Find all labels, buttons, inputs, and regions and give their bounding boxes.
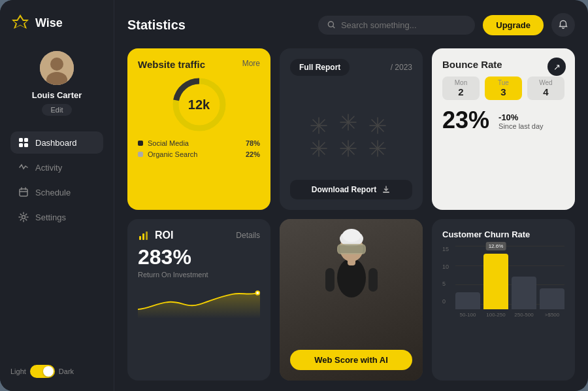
svg-point-44 bbox=[256, 292, 259, 294]
ai-label[interactable]: Web Score with AI bbox=[290, 350, 412, 370]
churn-chart: 15 10 5 0 bbox=[442, 246, 564, 318]
report-year: / 2023 bbox=[391, 63, 412, 72]
legend-dot-social bbox=[138, 141, 143, 146]
roi-details-link[interactable]: Details bbox=[236, 231, 260, 240]
svg-rect-8 bbox=[24, 143, 28, 147]
sidebar-item-dashboard[interactable]: Dashboard bbox=[10, 131, 103, 154]
avatar bbox=[40, 51, 74, 85]
settings-icon bbox=[18, 212, 29, 222]
report-pattern bbox=[290, 81, 412, 180]
website-traffic-card: Website traffic More 12k bbox=[127, 48, 270, 210]
legend-social-pct: 78% bbox=[246, 139, 260, 147]
roi-card: ROI Details 283% Return On Investment bbox=[127, 219, 270, 381]
svg-rect-9 bbox=[20, 189, 27, 196]
bar-group-gt500: >$500 bbox=[540, 288, 564, 318]
svg-rect-40 bbox=[139, 236, 141, 240]
svg-rect-53 bbox=[368, 268, 378, 292]
roi-subtitle: Return On Investment bbox=[138, 271, 260, 279]
bar-group-250-500: 250-500 bbox=[512, 277, 536, 318]
churn-rate-card: Customer Churn Rate 15 10 5 0 bbox=[432, 219, 575, 381]
ai-figure-svg bbox=[312, 219, 391, 324]
search-bar bbox=[318, 16, 475, 35]
traffic-legend: Social Media 78% Organic Search 22% bbox=[138, 139, 260, 158]
sidebar-item-activity[interactable]: Activity bbox=[10, 156, 103, 178]
traffic-more-link[interactable]: More bbox=[242, 59, 260, 68]
search-icon bbox=[327, 20, 336, 29]
bar-tooltip-100-250: 12.6% bbox=[486, 242, 506, 250]
bar-label-50-100: 50-100 bbox=[460, 312, 476, 318]
dashboard-label: Dashboard bbox=[35, 138, 77, 148]
bounce-value: 23% bbox=[442, 107, 489, 134]
report-pattern-svg bbox=[299, 105, 404, 157]
svg-rect-42 bbox=[146, 231, 148, 240]
schedule-label: Schedule bbox=[35, 188, 71, 197]
legend-organic: Organic Search 22% bbox=[138, 150, 260, 158]
day-tab-mon[interactable]: Mon 2 bbox=[442, 76, 480, 100]
bar-label-100-250: 100-250 bbox=[486, 312, 505, 318]
dashboard: Wise Louis Carter Edit bbox=[0, 0, 588, 391]
dashboard-icon bbox=[18, 137, 29, 148]
upgrade-button[interactable]: Upgrade bbox=[483, 15, 544, 35]
nav-menu: Dashboard Activity Schedule bbox=[10, 131, 103, 354]
legend-dot-organic bbox=[138, 152, 143, 157]
settings-label: Settings bbox=[35, 212, 66, 222]
notifications-button[interactable] bbox=[551, 13, 575, 37]
theme-toggle-track[interactable] bbox=[30, 365, 55, 378]
topbar: Statistics Upgrade bbox=[127, 13, 575, 37]
cards-grid: Website traffic More 12k bbox=[127, 48, 575, 381]
user-profile: Louis Carter Edit bbox=[10, 51, 103, 116]
donut-value: 12k bbox=[188, 97, 210, 112]
bounce-stats: 23% -10% Since last day bbox=[442, 107, 564, 134]
bar-area: 50-100 12.6% 100-250 250-500 bbox=[455, 246, 564, 318]
user-name: Louis Carter bbox=[32, 90, 82, 100]
legend-social-label: Social Media bbox=[148, 139, 189, 147]
legend-organic-label: Organic Search bbox=[148, 150, 197, 158]
churn-title: Customer Churn Rate bbox=[442, 230, 564, 239]
sidebar-item-settings[interactable]: Settings bbox=[10, 206, 103, 228]
sidebar-item-schedule[interactable]: Schedule bbox=[10, 181, 103, 203]
activity-icon bbox=[18, 162, 29, 173]
activity-label: Activity bbox=[35, 163, 62, 173]
full-report-button[interactable]: Full Report bbox=[290, 59, 350, 76]
roi-line-chart bbox=[138, 284, 260, 320]
edit-profile-button[interactable]: Edit bbox=[42, 104, 73, 116]
theme-toggle-knob bbox=[43, 366, 54, 377]
bell-icon bbox=[558, 20, 568, 30]
svg-rect-41 bbox=[142, 233, 144, 240]
bar-label-250-500: 250-500 bbox=[514, 312, 533, 318]
full-report-card: Full Report / 2023 bbox=[280, 48, 423, 210]
bounce-change: -10% Since last day bbox=[498, 112, 543, 130]
sidebar: Wise Louis Carter Edit bbox=[0, 0, 114, 391]
roi-bar-icon bbox=[138, 230, 150, 241]
svg-rect-51 bbox=[338, 245, 365, 253]
ai-score-card: Web Score with AI bbox=[280, 219, 423, 381]
svg-rect-52 bbox=[325, 268, 335, 292]
donut-chart: 12k bbox=[138, 75, 260, 134]
legend-organic-pct: 22% bbox=[246, 150, 260, 158]
logo: Wise bbox=[10, 13, 103, 33]
bounce-title: Bounce Rate bbox=[442, 59, 564, 70]
schedule-icon bbox=[18, 187, 29, 197]
bar-group-100-250: 12.6% 100-250 bbox=[483, 254, 508, 318]
svg-point-3 bbox=[50, 58, 63, 71]
svg-point-10 bbox=[22, 216, 25, 219]
app-name: Wise bbox=[35, 16, 63, 30]
bounce-rate-card: Bounce Rate ↗ Mon 2 Tue 3 Wed 4 bbox=[432, 48, 575, 210]
bounce-arrow-button[interactable]: ↗ bbox=[547, 58, 566, 76]
roi-title: ROI bbox=[155, 230, 173, 241]
bar-250-500 bbox=[512, 277, 536, 309]
download-icon bbox=[382, 185, 391, 194]
day-tabs: Mon 2 Tue 3 Wed 4 bbox=[442, 76, 564, 100]
search-input[interactable] bbox=[341, 20, 466, 30]
svg-rect-5 bbox=[19, 138, 23, 142]
dark-label: Dark bbox=[59, 367, 74, 375]
theme-toggle: Light Dark bbox=[10, 354, 103, 378]
download-report-button[interactable]: Download Report bbox=[290, 180, 412, 199]
bar-group-50-100: 50-100 bbox=[455, 292, 480, 318]
page-title: Statistics bbox=[127, 18, 186, 33]
day-tab-tue[interactable]: Tue 3 bbox=[485, 76, 522, 100]
light-label: Light bbox=[10, 367, 26, 375]
day-tab-wed[interactable]: Wed 4 bbox=[527, 76, 564, 100]
legend-social: Social Media 78% bbox=[138, 139, 260, 147]
roi-value: 283% bbox=[138, 245, 260, 269]
